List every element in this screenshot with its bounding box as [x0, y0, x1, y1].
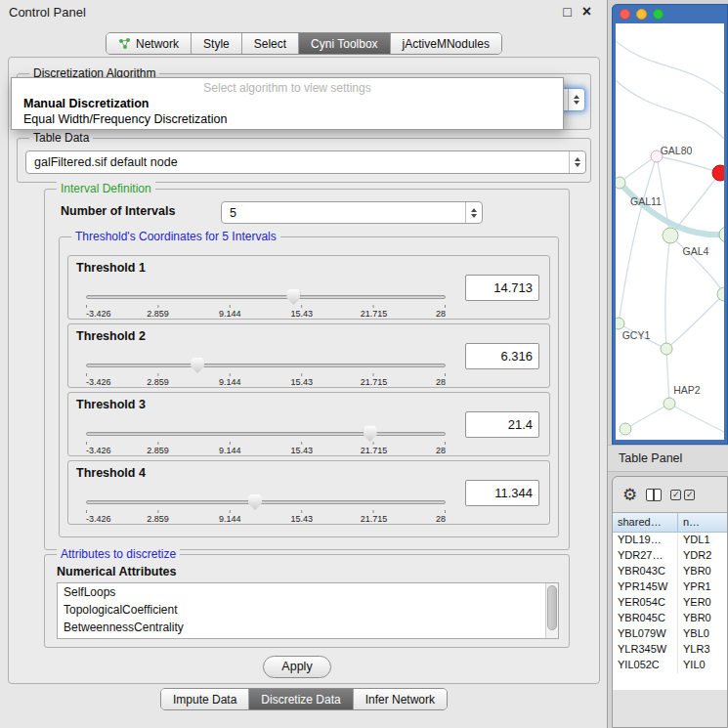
table-cell[interactable]: YDL1 — [678, 533, 728, 548]
network-canvas[interactable]: GAL80 GAL11 GAL4 GCY1 HAP2 — [616, 23, 724, 440]
network-node[interactable] — [616, 177, 625, 189]
table-cell[interactable]: YLR3 — [678, 642, 728, 658]
close-traffic-light-icon[interactable] — [620, 9, 630, 20]
tick-label: 15.43 — [291, 446, 314, 455]
tab-label: Cyni Toolbox — [311, 37, 377, 51]
table-cell[interactable]: YPR145W — [613, 579, 678, 595]
table-row[interactable]: YIL052CYIL0 — [613, 658, 728, 673]
table-row[interactable]: YBL079WYBL0 — [613, 626, 728, 642]
table-row[interactable]: YPR145WYPR1 — [613, 579, 728, 595]
slider-track[interactable] — [86, 295, 446, 299]
slider-track[interactable] — [86, 432, 446, 436]
threshold-slider[interactable] — [86, 358, 446, 373]
control-panel-titlebar: Control Panel □ × — [0, 0, 607, 25]
table-row[interactable]: YDR27…YDR2 — [613, 548, 728, 564]
network-node[interactable] — [663, 228, 678, 243]
minimize-traffic-light-icon[interactable] — [636, 9, 647, 20]
tick-label: 9.144 — [219, 446, 241, 455]
tab-cyni-toolbox[interactable]: Cyni Toolbox — [298, 33, 389, 54]
table-row[interactable]: YER054CYER0 — [613, 595, 728, 611]
slider-thumb[interactable] — [191, 358, 204, 373]
table-cell[interactable]: YIL052C — [613, 658, 678, 673]
list-scrollbar[interactable] — [545, 583, 558, 638]
list-item[interactable]: TopologicalCoefficient — [58, 601, 558, 619]
slider-track[interactable] — [86, 364, 446, 367]
dropdown-placeholder: Select algorithm to view settings — [12, 81, 563, 95]
threshold-value-field[interactable]: 6.316 — [465, 343, 539, 369]
table-cell[interactable]: YPR1 — [678, 579, 728, 595]
algorithm-dropdown-menu: Select algorithm to view settings Manual… — [11, 77, 564, 130]
top-tab-bar: Network Style Select Cyni Toolbox jActiv… — [0, 32, 608, 55]
columns-icon[interactable] — [646, 489, 662, 501]
threshold-slider[interactable] — [86, 289, 446, 305]
tab-jactivemnodules[interactable]: jActiveMNodules — [390, 33, 501, 54]
bottom-tab-segment: Impute Data Discretize Data Infer Networ… — [160, 688, 448, 710]
table-header-row: shared… n… — [613, 513, 728, 533]
table-cell[interactable]: YDL19… — [613, 533, 678, 548]
slider-thumb[interactable] — [364, 426, 377, 442]
group-title: Interval Definition — [57, 182, 155, 195]
tab-infer-network[interactable]: Infer Network — [353, 689, 447, 709]
dropdown-option-equal-width[interactable]: Equal Width/Frequency Discretization — [23, 112, 227, 126]
table-cell[interactable]: YER054C — [613, 595, 678, 611]
table-row[interactable]: YBR043CYBR0 — [613, 564, 728, 579]
tab-impute-data[interactable]: Impute Data — [161, 689, 248, 709]
tick-label: 21.715 — [361, 514, 388, 524]
tab-style[interactable]: Style — [191, 33, 241, 54]
table-cell[interactable]: YBR0 — [678, 564, 728, 579]
table-cell[interactable]: YBL079W — [613, 626, 678, 642]
table-row[interactable]: YLR345WYLR3 — [613, 642, 728, 658]
table-cell[interactable]: YBL0 — [678, 626, 728, 642]
threshold-slider[interactable] — [86, 426, 446, 442]
tab-discretize-data[interactable]: Discretize Data — [248, 689, 352, 709]
network-node[interactable] — [616, 318, 624, 329]
checkbox-icon[interactable]: ✓ — [684, 490, 695, 500]
table-cell[interactable]: YDR2 — [678, 548, 728, 564]
table-cell[interactable]: YER0 — [678, 595, 728, 611]
apply-button[interactable]: Apply — [263, 656, 331, 678]
network-node[interactable] — [664, 398, 675, 409]
slider-thumb[interactable] — [248, 494, 262, 510]
tab-label: Style — [203, 37, 230, 51]
table-panel-header: Table Panel — [608, 445, 728, 472]
scrollbar-thumb[interactable] — [547, 585, 557, 630]
zoom-traffic-light-icon[interactable] — [653, 9, 664, 20]
network-node[interactable] — [620, 423, 631, 435]
tab-select[interactable]: Select — [241, 33, 298, 54]
table-row[interactable]: YDL19…YDL1 — [613, 533, 728, 548]
thick-network-edge[interactable] — [620, 183, 724, 235]
column-header-name[interactable]: n… — [678, 513, 728, 533]
slider-track[interactable] — [86, 500, 446, 504]
table-cell[interactable]: YBR045C — [613, 611, 678, 626]
column-header-shared-name[interactable]: shared… — [613, 513, 678, 533]
table-cell[interactable]: YLR345W — [613, 642, 678, 658]
table-cell[interactable]: YBR043C — [613, 564, 678, 579]
slider-thumb[interactable] — [286, 289, 300, 305]
tab-network[interactable]: Network — [107, 33, 191, 54]
table-data-combo[interactable]: galFiltered.sif default node — [25, 150, 586, 174]
settings-gear-icon[interactable]: ⚙ — [622, 485, 637, 504]
table-cell[interactable]: YBR0 — [678, 611, 728, 626]
close-window-icon[interactable]: × — [582, 3, 591, 21]
network-node[interactable] — [661, 343, 672, 355]
network-view-window: GAL80 GAL11 GAL4 GCY1 HAP2 — [612, 4, 728, 445]
threshold-label: Threshold 4 — [76, 466, 146, 480]
number-of-intervals-combo[interactable]: 5 — [221, 201, 483, 224]
table-cell[interactable]: YDR27… — [613, 548, 678, 564]
network-node-selected-red[interactable] — [712, 165, 724, 181]
checkbox-icon[interactable]: ✓ — [670, 490, 681, 500]
network-node[interactable] — [719, 227, 724, 242]
dropdown-option-manual-discretization[interactable]: Manual Discretization — [23, 97, 150, 110]
threshold-slider[interactable] — [86, 494, 446, 510]
threshold-value-field[interactable]: 14.713 — [465, 275, 539, 301]
list-item[interactable]: BetweennessCentrality — [58, 619, 558, 636]
threshold-value-field[interactable]: 11.344 — [465, 480, 539, 506]
list-item[interactable]: SelfLoops — [58, 583, 558, 601]
float-window-icon[interactable]: □ — [563, 3, 571, 21]
tick-labels: -3.4262.8599.14415.4321.71528 — [86, 377, 446, 387]
threshold-value-field[interactable]: 21.4 — [465, 411, 539, 438]
table-row[interactable]: YBR045CYBR0 — [613, 611, 728, 626]
number-of-intervals-label: Number of Intervals — [61, 204, 175, 218]
table-cell[interactable]: YIL0 — [678, 658, 728, 673]
network-node[interactable] — [717, 287, 724, 301]
